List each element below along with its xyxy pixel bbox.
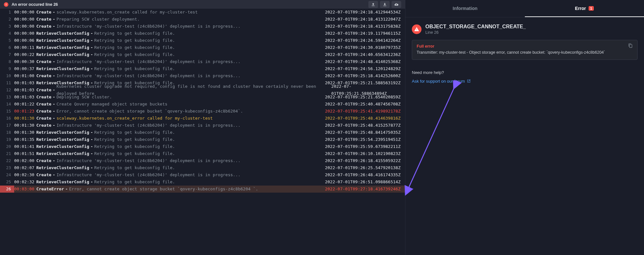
log-dash: - <box>90 44 93 51</box>
log-iso-time: 2022-07-01T09:25:54.239519451Z <box>325 136 405 143</box>
tab-information-label: Information <box>453 6 478 11</box>
log-line[interactable]: 1500:01:23Create-Error, cannot create ob… <box>0 108 405 115</box>
log-message: Retrying to get kubeconfig file. <box>94 129 175 136</box>
log-iso-time: 2022-07-01T09:26:18.415505922Z <box>325 157 405 164</box>
full-error-box: Full error Transmitter: my-cluster-test … <box>412 40 638 60</box>
log-action: Create <box>36 108 52 115</box>
log-relative-time: 00:00:06 <box>14 37 34 44</box>
log-line[interactable]: 1400:01:22Create-Create Qovery managed o… <box>0 101 405 108</box>
log-relative-time: 00:01:22 <box>14 101 34 108</box>
line-number: 24 <box>0 171 14 178</box>
error-header: OBJECT_STORAGE_CANNOT_CREATE_ Line 26 <box>405 17 644 36</box>
line-number: 4 <box>0 30 14 37</box>
line-number: 17 <box>0 122 14 129</box>
log-line[interactable]: 2600:03:00CreateError-Error, cannot crea… <box>0 186 405 193</box>
log-relative-time: 00:02:32 <box>14 178 34 186</box>
download-icon <box>383 2 387 7</box>
upload-icon <box>371 2 375 7</box>
log-line[interactable]: 800:00:30Create-Infrastructure 'my-clust… <box>0 58 405 65</box>
log-iso-time: 2022-07-01T09:24:24.594142264Z <box>325 37 405 44</box>
log-action: Create <box>36 115 52 122</box>
help-link[interactable]: Ask for support on our forum <box>412 79 638 84</box>
log-action: RetrieveClusterConfig <box>36 37 89 44</box>
log-line[interactable]: 2300:02:07RetrieveClusterConfig-Retrying… <box>0 164 405 171</box>
log-line[interactable]: 900:00:37RetrieveClusterConfig-Retrying … <box>0 65 405 72</box>
log-message: Deploying SCW cluster. <box>56 94 112 101</box>
log-relative-time: 00:00:00 <box>14 23 34 30</box>
line-number: 12 <box>0 87 14 94</box>
log-line[interactable]: 2200:02:00Create-Infrastructure 'my-clus… <box>0 157 405 164</box>
tab-information[interactable]: Information <box>405 0 525 17</box>
log-line[interactable]: 400:00:00RetrieveClusterConfig-Retrying … <box>0 30 405 37</box>
log-message: Retrying to get kubeconfig file. <box>94 37 175 44</box>
log-line[interactable]: 500:00:06RetrieveClusterConfig-Retrying … <box>0 37 405 44</box>
log-message: Infrastructure 'my-cluster-test (z4c8b62… <box>56 122 240 129</box>
log-message: Error, cannot create object storage buck… <box>56 108 243 115</box>
log-relative-time: 00:01:35 <box>14 136 34 143</box>
error-bar: ! An error occured line 26 <box>0 0 405 9</box>
log-dash: - <box>53 94 55 101</box>
log-dash: - <box>53 101 55 108</box>
line-number: 26 <box>0 186 14 193</box>
log-line[interactable]: 1000:01:00Create-Infrastructure 'my-clus… <box>0 72 405 79</box>
tab-error-label: Error <box>575 6 586 11</box>
line-number: 3 <box>0 23 14 30</box>
log-dash: - <box>53 115 55 122</box>
cloud-download-icon <box>394 2 399 7</box>
log-line[interactable]: 300:00:00Create-Infrastructure 'my-clust… <box>0 23 405 30</box>
log-dash: - <box>53 87 55 94</box>
cloud-download-button[interactable] <box>392 1 401 8</box>
log-line[interactable]: 2400:02:30Create-Infrastructure 'my-clus… <box>0 171 405 178</box>
download-button[interactable] <box>380 1 390 8</box>
tab-error[interactable]: Error 1 <box>525 0 644 17</box>
log-line[interactable]: 2100:01:51RetrieveClusterConfig-Retrying… <box>0 150 405 157</box>
log-panel: ! An error occured line 26 100:00:00Crea… <box>0 0 405 255</box>
log-message: Retrying to get kubeconfig file. <box>94 178 175 186</box>
line-number: 21 <box>0 150 14 157</box>
log-area[interactable]: 100:00:00Create-scaleway.kubernetes.on_c… <box>0 9 405 255</box>
line-number: 2 <box>0 16 14 23</box>
line-number: 14 <box>0 101 14 108</box>
line-number: 1 <box>0 9 14 16</box>
log-line[interactable]: 1900:01:35RetrieveClusterConfig-Retrying… <box>0 136 405 143</box>
log-iso-time: 2022-07-01T09:27:18.416739246Z <box>325 186 405 193</box>
log-action: Create <box>36 9 52 16</box>
log-line[interactable]: 100:00:00Create-scaleway.kubernetes.on_c… <box>0 9 405 16</box>
tabs: Information Error 1 <box>405 0 644 17</box>
log-line[interactable]: 200:00:00Create-Preparing SCW cluster de… <box>0 16 405 23</box>
log-dash: - <box>90 143 93 150</box>
log-message: Infrastructure 'my-cluster-test (z4c8b62… <box>56 157 240 164</box>
log-dash: - <box>90 150 93 157</box>
log-dash: - <box>53 171 55 178</box>
log-line[interactable]: 1600:01:30Create-scaleway.kubernetes.on_… <box>0 115 405 122</box>
log-iso-time: 2022-07-01T09:26:48.416174335Z <box>325 171 405 178</box>
upload-button[interactable] <box>368 1 378 8</box>
log-dash: - <box>53 9 55 16</box>
log-message: Retrying to get kubeconfig file. <box>94 30 175 37</box>
line-number: 8 <box>0 58 14 65</box>
line-number: 13 <box>0 94 14 101</box>
log-line[interactable]: 1700:01:30Create-Infrastructure 'my-clus… <box>0 122 405 129</box>
log-iso-time: 2022-07-01T09:25:59.673982211Z <box>325 143 405 150</box>
copy-button[interactable] <box>628 43 634 49</box>
log-line[interactable]: 700:00:22RetrieveClusterConfig-Retrying … <box>0 51 405 58</box>
log-line[interactable]: 2500:02:32RetrieveClusterConfig-Retrying… <box>0 178 405 186</box>
log-dash: - <box>90 178 93 186</box>
log-relative-time: 00:00:00 <box>14 16 34 23</box>
log-action: Create <box>36 23 52 30</box>
log-dash: - <box>53 72 55 79</box>
log-message: Retrying to get kubeconfig file. <box>94 150 175 157</box>
log-dash: - <box>53 157 55 164</box>
log-relative-time: 00:01:30 <box>14 129 34 136</box>
log-relative-time: 00:01:30 <box>14 122 34 129</box>
log-action: Create <box>36 101 52 108</box>
log-line[interactable]: 2000:01:41RetrieveClusterConfig-Retrying… <box>0 143 405 150</box>
log-dash: - <box>53 122 55 129</box>
error-line-label: Line 26 <box>425 30 526 35</box>
log-relative-time: 00:02:07 <box>14 164 34 171</box>
log-action: RetrieveClusterConfig <box>36 65 89 72</box>
log-message: Retrying to get kubeconfig file. <box>94 136 175 143</box>
log-line[interactable]: 600:00:11RetrieveClusterConfig-Retrying … <box>0 44 405 51</box>
log-line[interactable]: 1800:01:30RetrieveClusterConfig-Retrying… <box>0 129 405 136</box>
log-line[interactable]: 1200:01:03Create-Kubernetes cluster upgr… <box>0 87 405 94</box>
